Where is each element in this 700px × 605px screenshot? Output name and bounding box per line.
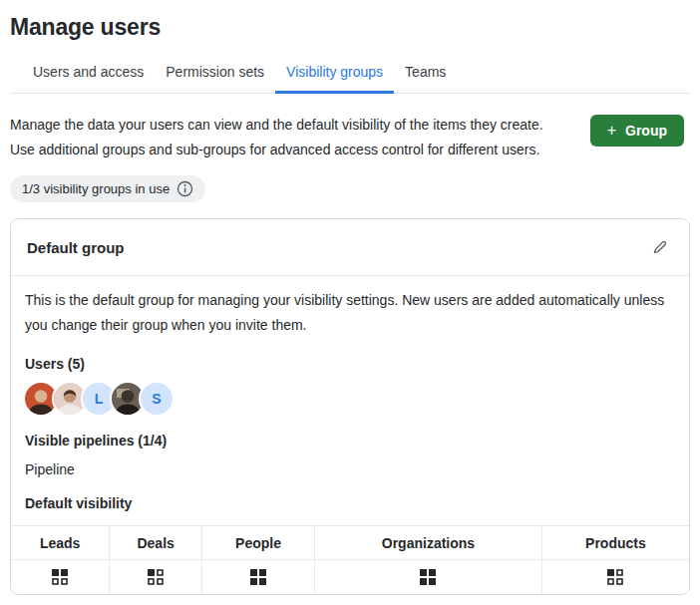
column-header-organizations: Organizations: [315, 526, 542, 560]
intro-description: Manage the data your users can view and …: [10, 113, 556, 162]
tabs: Users and accessPermission setsVisibilit…: [10, 56, 690, 94]
user-avatar-1: [25, 383, 57, 415]
intro-section: Manage the data your users can view and …: [10, 94, 690, 202]
tab-users-and-access[interactable]: Users and access: [22, 56, 155, 94]
visibility-grid-icon: [420, 569, 436, 585]
users-heading: Users (5): [25, 356, 675, 372]
tab-visibility-groups[interactable]: Visibility groups: [275, 56, 394, 94]
pencil-icon: [651, 238, 669, 256]
visibility-table-icon-row: [11, 560, 689, 594]
user-avatar-3: L: [83, 383, 115, 415]
column-header-leads: Leads: [11, 526, 110, 560]
group-description: This is the default group for managing y…: [25, 288, 675, 338]
tab-permission-sets[interactable]: Permission sets: [155, 56, 275, 94]
default-visibility-heading: Default visibility: [25, 495, 675, 511]
plus-icon: +: [607, 123, 616, 139]
tab-teams[interactable]: Teams: [394, 56, 457, 94]
visibility-grid-icon: [607, 569, 623, 585]
visibility-grid-icon: [148, 569, 164, 585]
group-card-body: This is the default group for managing y…: [11, 276, 689, 511]
default-group-card: Default group This is the default group …: [10, 218, 690, 595]
visibility-table-head-row: LeadsDealsPeopleOrganizationsProducts: [11, 526, 689, 560]
column-header-products: Products: [541, 526, 689, 560]
info-icon[interactable]: [176, 180, 193, 197]
visibility-cell-leads: [11, 560, 110, 594]
visibility-grid-icon: [250, 569, 266, 585]
user-avatar-4: [112, 383, 144, 415]
manage-users-page: Manage users Users and accessPermission …: [0, 14, 700, 595]
user-avatar-2: [54, 383, 86, 415]
visibility-cell-organizations: [315, 560, 542, 594]
page-title: Manage users: [10, 14, 690, 41]
group-card-header: Default group: [11, 219, 689, 276]
visibility-cell-deals: [110, 560, 202, 594]
usage-badge-text: 1/3 visibility groups in use: [22, 181, 170, 196]
user-avatar-5: S: [141, 383, 173, 415]
user-avatars: LS: [25, 383, 675, 415]
add-group-button-label: Group: [625, 123, 667, 139]
visibility-cell-people: [201, 560, 314, 594]
group-card-title: Default group: [27, 239, 125, 256]
edit-group-button[interactable]: [647, 236, 673, 258]
visibility-grid-icon: [52, 569, 68, 585]
pipelines-heading: Visible pipelines (1/4): [25, 433, 675, 449]
column-header-people: People: [201, 526, 314, 560]
pipeline-name: Pipeline: [25, 461, 675, 477]
intro-left: Manage the data your users can view and …: [10, 113, 556, 202]
visibility-cell-products: [541, 560, 689, 594]
column-header-deals: Deals: [110, 526, 202, 560]
usage-badge: 1/3 visibility groups in use: [10, 175, 205, 202]
default-visibility-table: LeadsDealsPeopleOrganizationsProducts: [11, 525, 689, 594]
add-group-button[interactable]: + Group: [590, 115, 684, 147]
